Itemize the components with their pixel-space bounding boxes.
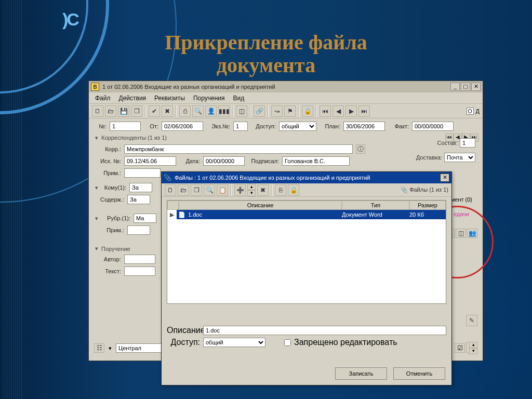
dtb-lock[interactable]: 🔒: [288, 184, 299, 196]
tb-print[interactable]: ⎙: [179, 105, 191, 117]
files-count: Файлы (1 из 1): [409, 187, 448, 193]
sostav-input[interactable]: [460, 138, 475, 148]
readonly-checkbox-label[interactable]: Запрещено редактировать: [284, 338, 397, 347]
info-icon[interactable]: ⓘ: [356, 144, 365, 154]
fact-input[interactable]: [412, 122, 454, 131]
nav-last[interactable]: ⏭: [358, 105, 370, 117]
dtb-new[interactable]: 🗋: [165, 184, 176, 196]
tb-flag[interactable]: ⚑: [284, 105, 296, 117]
minimize-button[interactable]: _: [450, 83, 460, 91]
separator: [145, 105, 146, 117]
side-icon-1[interactable]: ✎: [466, 315, 477, 326]
separator: [298, 105, 299, 117]
section-corr-toggle[interactable]: ▾: [93, 135, 98, 141]
author-input[interactable]: [124, 255, 155, 264]
logo: )С: [62, 9, 78, 30]
indicator-o[interactable]: О: [467, 108, 474, 115]
menu-props[interactable]: Реквизиты: [150, 94, 189, 103]
file-list[interactable]: Описание Тип Размер ▶ 📄 1.doc Документ W…: [167, 200, 446, 304]
menu-view[interactable]: Вид: [229, 94, 249, 103]
nav-prev[interactable]: ◀: [332, 105, 344, 117]
tb-user[interactable]: 👤: [205, 105, 217, 117]
dtb-down[interactable]: ▾: [247, 190, 256, 196]
nav-next[interactable]: ▶: [345, 105, 357, 117]
no-input[interactable]: [110, 122, 141, 131]
dialog-title: Файлы : 1 от 02.06.2006 Входящие из разн…: [175, 175, 440, 181]
footer-icon-2[interactable]: ☑: [455, 343, 465, 353]
dtb-delete[interactable]: ✖: [257, 184, 269, 196]
komu-input[interactable]: [129, 183, 152, 192]
dtb-paste[interactable]: 📋: [217, 184, 228, 196]
separator: [316, 105, 317, 117]
dtb-copy[interactable]: ❐: [191, 184, 202, 196]
separator: [176, 105, 177, 117]
author-label: Автор:: [93, 256, 121, 262]
menu-actions[interactable]: Действия: [115, 94, 151, 103]
tb-barcode[interactable]: ▮▮▮: [218, 105, 230, 117]
tb-card[interactable]: ◫: [236, 105, 247, 117]
tb-route[interactable]: ↝: [271, 105, 283, 117]
dost-select[interactable]: Почта: [444, 153, 475, 162]
readonly-checkbox[interactable]: [284, 339, 291, 346]
section-rubr[interactable]: ▾: [93, 215, 98, 222]
dialog-titlebar[interactable]: 📎 Файлы : 1 от 02.06.2006 Входящие из ра…: [162, 172, 451, 183]
prim2-input[interactable]: [127, 225, 150, 235]
nav-first[interactable]: ⏮: [320, 105, 331, 117]
col-size[interactable]: Размер: [409, 201, 446, 210]
outno-label: Исх. №:: [93, 158, 121, 164]
dlg-access-select[interactable]: общий: [203, 338, 265, 347]
date-label: Дата:: [179, 158, 200, 164]
col-type[interactable]: Тип: [342, 201, 409, 210]
tb-reject[interactable]: ✖: [162, 105, 173, 117]
from-input[interactable]: [162, 122, 203, 131]
separator: [232, 105, 233, 117]
signed-input[interactable]: [282, 156, 350, 166]
text-input[interactable]: [124, 267, 155, 276]
dialog-toolbar: 🗋 🗁 ❐ 🔍 📋 ➕ ▴ ▾ ✖ ⎘ 🔒 📎 Файлы (1 из 1): [162, 183, 451, 197]
tb-accept[interactable]: ✔: [149, 105, 160, 117]
dtb-scan[interactable]: ⎘: [275, 184, 286, 196]
tb-lock[interactable]: 🔒: [302, 105, 313, 117]
soder-input[interactable]: [127, 195, 150, 204]
section-assign[interactable]: ▾: [93, 245, 98, 252]
outno-input[interactable]: [124, 156, 176, 166]
ekz-input[interactable]: [233, 122, 248, 131]
section-komu[interactable]: ▾: [93, 184, 98, 191]
sostav-label: Состав:: [437, 140, 458, 146]
tb-copy[interactable]: ❐: [131, 105, 142, 117]
separator: [268, 105, 269, 117]
menu-file[interactable]: Файл: [91, 94, 115, 103]
dtb-up[interactable]: ▴: [247, 184, 256, 190]
maximize-button[interactable]: ▢: [461, 83, 470, 91]
rubr-input[interactable]: [134, 214, 156, 223]
dtb-add[interactable]: ➕: [234, 184, 246, 196]
footer-up[interactable]: ▴: [469, 342, 477, 348]
corr-input[interactable]: [124, 144, 353, 154]
prim-input[interactable]: [124, 168, 161, 178]
access-select[interactable]: общий: [279, 122, 316, 131]
tb-open[interactable]: 🗁: [105, 105, 116, 117]
menu-assign[interactable]: Поручения: [189, 94, 229, 103]
signed-label: Подписал:: [248, 158, 279, 164]
plan-input[interactable]: [343, 122, 385, 131]
col-desc[interactable]: Описание: [179, 201, 342, 210]
row-type: Документ Word: [342, 211, 409, 218]
corr-label: Корр.:: [93, 146, 121, 152]
dialog-close-button[interactable]: ✕: [440, 174, 449, 182]
cancel-button[interactable]: Отменить: [393, 367, 445, 380]
close-button[interactable]: ✕: [471, 83, 481, 91]
status-icon[interactable]: ☷: [94, 343, 104, 353]
tb-save[interactable]: 💾: [118, 105, 129, 117]
tb-preview[interactable]: 🔍: [192, 105, 204, 117]
col-icon[interactable]: [167, 201, 179, 210]
tb-new[interactable]: 🗋: [92, 105, 103, 117]
dtb-find[interactable]: 🔍: [204, 184, 215, 196]
table-row[interactable]: 📄 1.doc Документ Word 20 Кб: [177, 210, 446, 219]
desc-input[interactable]: [203, 326, 446, 335]
tb-link[interactable]: 🔗: [254, 105, 265, 117]
date-input[interactable]: [203, 156, 245, 166]
save-button[interactable]: Записать: [335, 367, 387, 380]
dtb-open[interactable]: 🗁: [178, 184, 189, 196]
footer-down[interactable]: ▾: [469, 348, 477, 354]
main-titlebar[interactable]: В 1 от 02.06.2006 Входящие из разных орг…: [89, 81, 483, 92]
